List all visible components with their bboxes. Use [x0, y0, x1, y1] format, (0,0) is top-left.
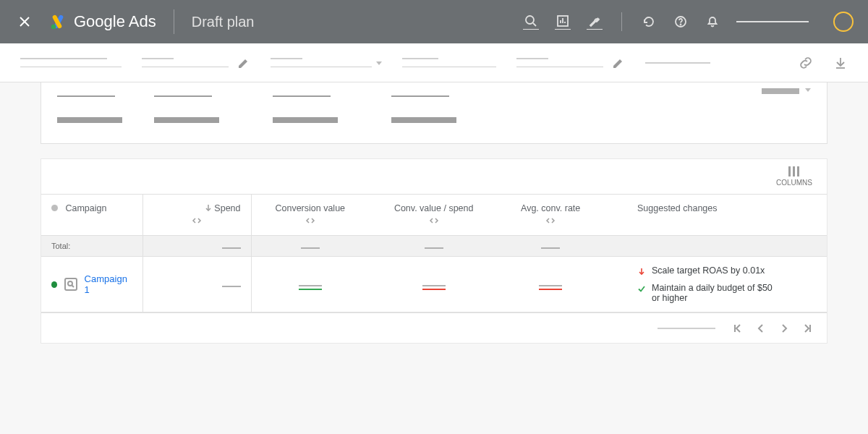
field-placeholder-3: [402, 58, 496, 67]
edit-pencil-icon[interactable]: [237, 56, 250, 69]
search-campaign-icon: [64, 278, 77, 291]
brand-logo: Google Ads: [49, 12, 156, 31]
col-suggested[interactable]: Suggested changes: [603, 195, 827, 236]
expand-icon: [545, 216, 556, 226]
top-header: Google Ads Draft plan: [0, 0, 868, 43]
refresh-icon[interactable]: [641, 14, 657, 30]
metric-placeholder: [273, 95, 338, 123]
campaigns-table: Campaign Spend Conversion value Conv. va…: [41, 194, 827, 312]
suggested-changes: Scale target ROAS by 0.01x Maintain a da…: [637, 265, 817, 303]
col-campaign[interactable]: Campaign: [41, 195, 142, 236]
notifications-icon[interactable]: [705, 14, 720, 30]
col-spend[interactable]: Spend: [142, 195, 251, 236]
avatar[interactable]: [833, 12, 854, 32]
table-row: Campaign 1 Scale target: [41, 257, 827, 312]
reports-icon[interactable]: [555, 14, 571, 30]
chevron-down-icon: [805, 88, 811, 92]
brand-name: Google Ads: [74, 12, 156, 31]
col-conv-value-spend[interactable]: Conv. value / spend: [369, 195, 498, 236]
sort-down-icon: [205, 203, 212, 213]
status-dot-icon: [51, 205, 58, 211]
svg-line-6: [533, 23, 536, 26]
field-placeholder-4: [516, 58, 603, 67]
campaign-link[interactable]: Campaign 1: [85, 273, 132, 295]
campaigns-table-card: COLUMNS Campaign Spend Conversion v: [41, 158, 827, 344]
svg-point-12: [681, 25, 681, 25]
edit-pencil-icon-2[interactable]: [612, 56, 625, 69]
help-icon[interactable]: [673, 14, 689, 30]
rows-per-page-placeholder[interactable]: [658, 328, 715, 329]
metrics-summary-card: [41, 82, 827, 144]
content-area: COLUMNS Campaign Spend Conversion v: [0, 82, 868, 434]
total-row: Total:: [41, 236, 827, 257]
close-icon[interactable]: [14, 12, 35, 32]
expand-icon: [428, 216, 440, 226]
last-page-icon[interactable]: [802, 321, 812, 336]
tools-icon[interactable]: [587, 14, 603, 30]
col-avg-conv-rate[interactable]: Avg. conv. rate: [498, 195, 603, 236]
table-toolbar: COLUMNS: [41, 159, 827, 194]
field-placeholder-5: [645, 62, 710, 64]
svg-point-4: [51, 25, 56, 29]
header-actions: [523, 12, 854, 32]
google-ads-logo-icon: [49, 13, 67, 30]
svg-point-16: [68, 281, 72, 286]
chevron-down-icon: [376, 61, 382, 65]
arrow-down-icon: [637, 267, 646, 276]
svg-point-5: [526, 16, 534, 24]
download-icon[interactable]: [833, 56, 848, 70]
header-divider: [174, 9, 174, 34]
next-page-icon[interactable]: [779, 321, 789, 336]
header-divider-2: [621, 12, 622, 31]
sub-toolbar: [0, 43, 868, 82]
table-footer: [41, 312, 827, 343]
metric-placeholder: [57, 95, 122, 123]
search-icon[interactable]: [523, 14, 539, 30]
metrics-dropdown[interactable]: [762, 88, 811, 94]
page-title: Draft plan: [192, 14, 255, 30]
svg-line-17: [72, 286, 75, 288]
columns-label: COLUMNS: [776, 179, 812, 187]
expand-icon: [305, 216, 316, 226]
account-placeholder[interactable]: [736, 21, 809, 22]
field-placeholder-2: [142, 58, 229, 67]
check-icon: [637, 284, 646, 293]
columns-button[interactable]: COLUMNS: [776, 166, 812, 187]
suggestion-text: Scale target ROAS by 0.01x: [652, 265, 765, 276]
status-enabled-icon: [51, 281, 57, 288]
first-page-icon[interactable]: [733, 321, 743, 336]
field-placeholder-1: [20, 58, 122, 67]
expand-icon: [191, 216, 203, 226]
select-placeholder[interactable]: [271, 58, 382, 67]
metric-placeholder: [391, 95, 456, 123]
link-icon[interactable]: [799, 56, 813, 70]
suggestion-text: Maintain a daily budget of $50 or higher: [652, 283, 775, 303]
metric-placeholder: [154, 95, 219, 123]
prev-page-icon[interactable]: [756, 321, 766, 336]
col-conv-value[interactable]: Conversion value: [251, 195, 369, 236]
